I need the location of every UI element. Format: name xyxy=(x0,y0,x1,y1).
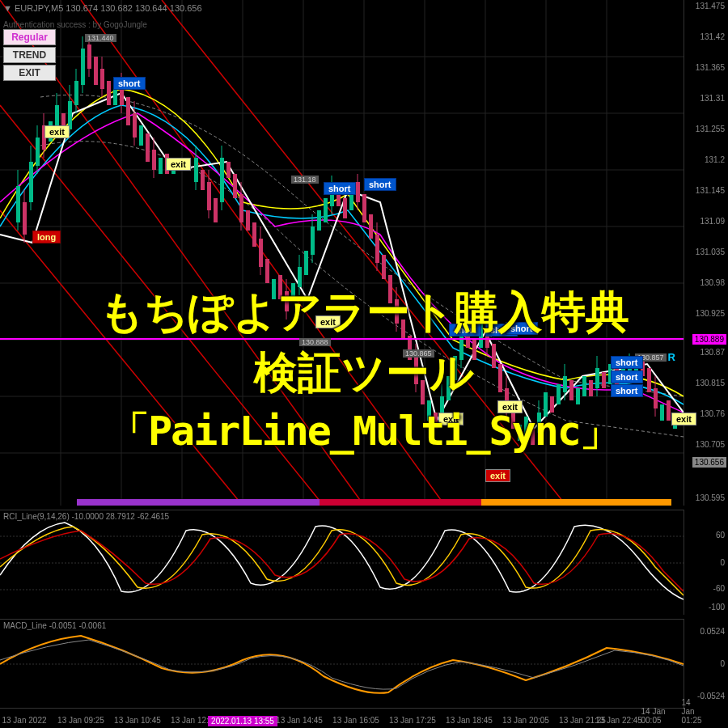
price-close: 130.656 xyxy=(692,457,726,468)
signal-short[interactable]: short xyxy=(611,370,643,383)
signal-short[interactable]: short xyxy=(113,77,146,90)
svg-rect-78 xyxy=(265,259,269,283)
rci-tick: 0 xyxy=(720,558,725,567)
horizontal-price-line[interactable] xyxy=(0,338,684,340)
svg-rect-136 xyxy=(557,384,561,404)
trend-button[interactable]: TREND xyxy=(3,47,56,63)
svg-rect-52 xyxy=(126,97,130,125)
zone-bar-purple xyxy=(77,499,320,506)
price-tick: 131.09 xyxy=(700,217,725,226)
price-tick: 131.31 xyxy=(700,94,725,103)
svg-rect-71 xyxy=(233,174,237,198)
signal-exit[interactable]: exit xyxy=(315,315,341,328)
price-tick: 130.76 xyxy=(700,409,725,418)
time-axis[interactable]: 13 Jan 2022 13 Jan 09:25 13 Jan 10:45 13… xyxy=(0,708,684,728)
price-tick: 131.475 xyxy=(696,2,725,11)
svg-rect-45 xyxy=(94,57,98,85)
svg-rect-112 xyxy=(434,413,438,429)
time-tick: 13 Jan 2022 xyxy=(2,716,46,725)
svg-rect-64 xyxy=(201,170,205,190)
price-tag: 131.440 xyxy=(85,34,116,42)
svg-rect-94 xyxy=(343,198,347,218)
price-tick: 130.595 xyxy=(696,493,725,502)
signal-short[interactable]: short xyxy=(506,322,538,335)
svg-rect-140 xyxy=(576,388,580,404)
zone-bar-red xyxy=(320,499,481,506)
time-tick: 13 Jan 22:45 xyxy=(595,716,642,725)
price-scale[interactable]: 131.475 131.42 131.365 131.31 131.255 13… xyxy=(684,0,728,506)
svg-rect-142 xyxy=(589,380,593,396)
svg-rect-110 xyxy=(421,380,425,404)
rci-tick: -100 xyxy=(709,603,725,612)
macd-tick: 0.0524 xyxy=(700,627,725,636)
svg-rect-116 xyxy=(453,356,457,380)
rci-tick: 60 xyxy=(716,531,725,540)
time-tick: 13 Jan 14:45 xyxy=(276,716,323,725)
svg-rect-153 xyxy=(647,368,651,392)
pair-info[interactable]: ▼ EURJPY,M5 130.674 130.682 130.644 130.… xyxy=(3,3,202,13)
price-tick: 130.815 xyxy=(696,379,725,387)
signal-exit[interactable]: exit xyxy=(671,413,696,425)
svg-rect-70 xyxy=(226,162,231,178)
signal-long[interactable]: long xyxy=(32,231,61,243)
svg-rect-135 xyxy=(550,396,554,413)
svg-rect-48 xyxy=(107,81,111,105)
svg-rect-156 xyxy=(660,404,664,421)
svg-rect-83 xyxy=(291,283,295,299)
signal-short[interactable]: short xyxy=(324,182,356,195)
price-current: 130.889 xyxy=(692,334,726,345)
main-price-chart[interactable]: R xyxy=(0,0,684,506)
svg-rect-74 xyxy=(246,210,250,231)
signal-short[interactable]: short xyxy=(611,384,643,397)
price-tick: 130.87 xyxy=(700,348,725,357)
svg-rect-124 xyxy=(492,344,496,368)
marker-r: R xyxy=(668,351,675,363)
svg-rect-80 xyxy=(278,275,282,299)
regular-button[interactable]: Regular xyxy=(3,29,56,45)
chart-container: R ▼ EURJPY,M5 130.674 130.682 130.644 13… xyxy=(0,0,728,728)
signal-exit[interactable]: exit xyxy=(497,400,523,413)
signal-exit[interactable]: exit xyxy=(438,413,463,425)
svg-rect-86 xyxy=(304,251,308,275)
svg-rect-56 xyxy=(146,133,150,162)
svg-rect-131 xyxy=(531,429,535,445)
svg-rect-98 xyxy=(362,194,366,222)
signal-short[interactable]: short xyxy=(449,324,481,336)
time-tick: 13 Jan 17:25 xyxy=(389,716,436,725)
signal-exit[interactable]: exit xyxy=(166,158,191,171)
svg-rect-141 xyxy=(582,376,586,396)
price-tick: 131.145 xyxy=(696,186,725,195)
time-tick: 14 Jan 01:25 xyxy=(681,698,701,725)
price-tick: 131.255 xyxy=(696,125,725,133)
svg-rect-90 xyxy=(324,198,328,222)
rci-scale: 60 0 -60 -100 xyxy=(684,510,728,615)
price-tag: 130.888 xyxy=(299,338,331,346)
rci-tick: -60 xyxy=(713,584,725,593)
time-tick: 13 Jan 10:45 xyxy=(114,716,161,725)
price-tag: 131.18 xyxy=(291,176,319,184)
signal-exit[interactable]: exit xyxy=(485,469,510,482)
time-tick: 13 Jan 09:25 xyxy=(57,716,104,725)
svg-rect-59 xyxy=(159,158,163,174)
macd-indicator-panel[interactable]: MACD_Line -0.0051 -0.0061 xyxy=(0,619,684,708)
price-tick: 130.98 xyxy=(700,278,725,287)
auth-status: Authentication success : by GogoJungle xyxy=(3,20,147,29)
price-tag: 130.865 xyxy=(403,349,434,358)
zone-bar-orange xyxy=(481,499,671,506)
price-tick: 130.925 xyxy=(696,309,725,318)
price-tick: 131.365 xyxy=(696,63,725,72)
macd-tick: 0 xyxy=(720,659,725,668)
signal-short[interactable]: short xyxy=(364,178,396,191)
signal-short[interactable]: short xyxy=(611,356,643,369)
svg-rect-67 xyxy=(214,198,218,222)
signal-exit[interactable]: exit xyxy=(44,125,70,138)
time-tick: 14 Jan 00:05 xyxy=(641,707,670,725)
svg-rect-79 xyxy=(272,279,276,299)
time-tick: 13 Jan 18:45 xyxy=(446,716,493,725)
svg-rect-125 xyxy=(498,364,502,392)
time-highlight[interactable]: 2022.01.13 13:55 xyxy=(208,716,277,726)
svg-rect-115 xyxy=(447,376,451,400)
svg-rect-75 xyxy=(252,222,256,247)
exit-button[interactable]: EXIT xyxy=(3,65,56,81)
rci-indicator-panel[interactable]: RCI_Line(9,14,26) -10.0000 28.7912 -62.4… xyxy=(0,510,684,615)
